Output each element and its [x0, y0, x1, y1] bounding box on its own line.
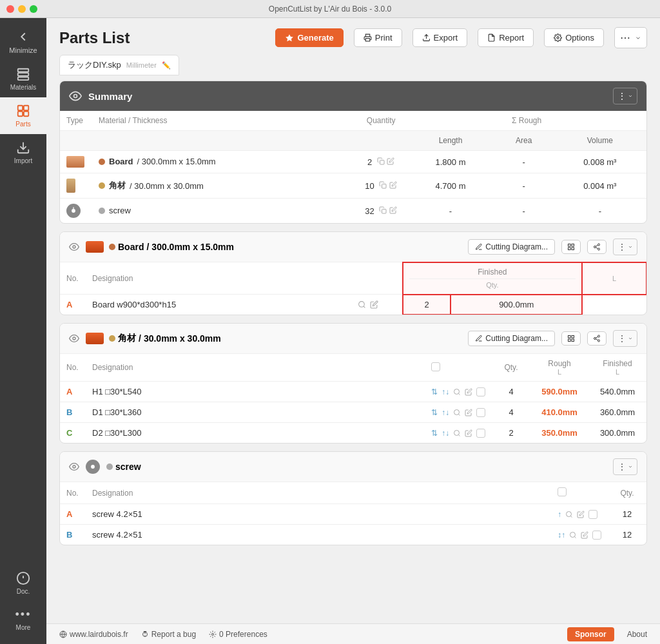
preferences-link[interactable]: 0 Preferences	[209, 630, 267, 639]
copy-icon-screw[interactable]	[379, 206, 387, 214]
board-title: Board	[118, 242, 144, 252]
pencil-icon-a[interactable]	[465, 388, 472, 396]
edit-pencil-icon-screw[interactable]	[389, 206, 397, 214]
screw-actions-b: ↕↑	[551, 525, 608, 545]
search-icon-sb[interactable]	[569, 531, 577, 539]
kakuzai-cutting-button[interactable]: Cutting Diagram...	[468, 331, 555, 346]
svg-rect-15	[380, 160, 384, 164]
kakuzai-kebab-button[interactable]: ⋮	[613, 330, 637, 347]
sort-up-icon-c[interactable]: ⇅	[431, 429, 438, 438]
board-kebab-button[interactable]: ⋮	[613, 239, 637, 255]
sort-up-icon[interactable]: ⇅	[431, 387, 438, 396]
summary-kebab-button[interactable]: ⋮	[613, 88, 637, 104]
about-link[interactable]: About	[627, 630, 647, 639]
search-icon-a[interactable]	[453, 388, 461, 396]
screw-section-dot	[106, 463, 113, 470]
svg-point-26	[594, 246, 596, 248]
kak-col-rough: Rough L	[530, 354, 588, 382]
table-row: 角材 / 30.0mm x 30.0mm 10 4.700 m - 0.004 …	[60, 173, 646, 199]
edit-pencil-icon[interactable]	[387, 157, 394, 165]
pencil-icon-sb[interactable]	[581, 531, 588, 539]
sort-up-icon-b[interactable]: ⇅	[431, 408, 438, 417]
sidebar-item-import[interactable]: Import	[0, 134, 46, 171]
svg-rect-24	[572, 248, 574, 250]
kakuzai-share-button[interactable]	[587, 331, 607, 346]
board-icon-sm	[86, 241, 104, 253]
sponsor-button[interactable]: Sponsor	[567, 627, 614, 641]
cutting-diagram-button[interactable]: Cutting Diagram...	[468, 239, 555, 255]
minimize-button[interactable]	[18, 5, 26, 13]
svg-line-51	[570, 516, 572, 517]
edit-pencil-icon-2[interactable]	[389, 181, 397, 189]
eye-icon[interactable]	[69, 90, 82, 102]
more-button[interactable]: ⋯	[614, 27, 647, 48]
search-icon-b[interactable]	[453, 409, 461, 416]
sort-up-screw-a[interactable]: ↑	[558, 510, 561, 519]
checkbox-c[interactable]	[476, 429, 485, 438]
search-icon[interactable]	[358, 300, 366, 309]
eye-icon-board[interactable]	[69, 242, 79, 252]
minimize-icon	[16, 30, 30, 44]
edit-icon[interactable]: ✏️	[162, 61, 171, 70]
report-bug-link[interactable]: Report a bug	[141, 630, 196, 639]
checkbox-sb[interactable]	[592, 531, 601, 540]
tab-file[interactable]: ラックDIY.skp Millimeter ✏️	[59, 55, 179, 75]
maximize-button[interactable]	[30, 5, 37, 13]
share-button[interactable]	[587, 240, 607, 254]
kak-actions-c: ⇅ ↑↓	[425, 423, 492, 444]
sidebar-item-doc[interactable]: Doc.	[0, 565, 46, 601]
table-row: B screw 4.2×51 ↕↑ 12	[60, 525, 646, 545]
svg-rect-16	[382, 184, 387, 188]
grid-view-button[interactable]	[561, 240, 581, 254]
close-button[interactable]	[6, 5, 14, 13]
options-button[interactable]: Options	[544, 28, 604, 47]
sidebar-item-minimize[interactable]: Minimize	[0, 23, 46, 61]
screw-svg-icon	[69, 206, 78, 215]
preferences-icon	[209, 630, 217, 638]
checkbox-a[interactable]	[476, 387, 485, 396]
table-row: B D1 □30*L360 ⇅ ↑↓	[60, 402, 646, 423]
kakuzai-grid-button[interactable]	[561, 331, 581, 346]
export-button[interactable]: Export	[412, 28, 468, 47]
copy-icon-2[interactable]	[379, 181, 387, 189]
sidebar-item-more[interactable]: ••• More	[0, 601, 46, 638]
eye-icon-kakuzai[interactable]	[69, 333, 79, 344]
sort-icon-c2[interactable]: ↑↓	[442, 429, 449, 438]
copy-icon[interactable]	[377, 157, 385, 165]
report-button[interactable]: Report	[478, 28, 534, 47]
sidebar-item-parts[interactable]: Parts	[0, 97, 46, 134]
svg-line-47	[458, 434, 460, 436]
screw-kebab-button[interactable]: ⋮	[613, 458, 637, 475]
website-link[interactable]: www.lairdubois.fr	[59, 630, 128, 639]
svg-rect-0	[18, 69, 29, 72]
more-dots-icon: •••	[15, 608, 32, 621]
pencil-icon-c[interactable]	[465, 429, 472, 437]
kak-rough-a: 590.0mm	[530, 382, 588, 402]
pencil-icon-sa[interactable]	[577, 511, 585, 518]
search-icon-sa[interactable]	[565, 511, 573, 518]
summary-section: Summary ⋮ Type Material / Thickness Quan…	[59, 81, 647, 224]
sort-arrows-sb[interactable]: ↕↑	[558, 531, 565, 540]
checkbox-sa[interactable]	[588, 510, 597, 519]
eye-icon-screw[interactable]	[69, 462, 79, 472]
print-button[interactable]: Print	[354, 28, 402, 47]
pencil-icon-b[interactable]	[465, 409, 472, 416]
checkbox-b[interactable]	[476, 408, 485, 417]
sidebar-item-materials[interactable]: Materials	[0, 61, 46, 97]
sort-icon-2[interactable]: ↑↓	[442, 387, 449, 396]
svg-rect-33	[568, 336, 571, 338]
svg-line-28	[596, 248, 597, 249]
screw-select-all[interactable]	[558, 487, 567, 496]
import-icon	[16, 141, 30, 155]
screw-section-header: screw ⋮	[60, 452, 646, 482]
svg-rect-2	[18, 77, 29, 81]
generate-button[interactable]: Generate	[275, 28, 343, 47]
search-icon-c[interactable]	[453, 429, 461, 437]
sort-icon-b2[interactable]: ↑↓	[442, 408, 449, 417]
pencil-icon[interactable]	[370, 300, 378, 309]
board-col-designation: Designation	[86, 262, 351, 295]
board-type-icon	[66, 156, 84, 168]
svg-point-44	[454, 409, 460, 415]
col-area: Area	[494, 131, 554, 151]
select-all-checkbox[interactable]	[431, 362, 440, 371]
